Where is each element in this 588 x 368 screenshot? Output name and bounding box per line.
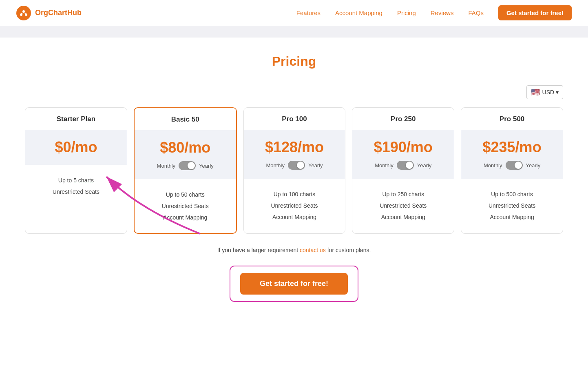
cta-bottom-button[interactable]: Get started for free! [240,273,348,295]
card-pro500-title: Pro 500 [461,108,563,130]
starter-feature-1: Up to 5 charts [33,175,119,186]
basic50-toggle-row: Monthly Yearly [139,161,232,170]
nav-reviews[interactable]: Reviews [431,9,454,16]
card-basic50-features: Up to 50 charts Unrestricted Seats Accou… [135,179,236,233]
pro500-toggle-row: Monthly Yearly [465,161,559,170]
pro500-feature-3: Account Mapping [469,211,555,223]
card-basic50-price-block: $80/mo Monthly Yearly [135,130,236,179]
card-pro500-features: Up to 500 charts Unrestricted Seats Acco… [461,179,563,233]
card-pro100-title: Pro 100 [244,108,345,130]
card-pro100-price: $128/mo [248,139,341,156]
basic50-yearly-label: Yearly [199,163,214,169]
card-pro250-price-block: $190/mo Monthly Yearly [352,130,454,179]
svg-point-0 [22,10,25,13]
svg-point-2 [25,13,27,16]
pro500-feature-2: Unrestricted Seats [469,200,555,211]
pro250-toggle[interactable] [397,161,414,170]
basic50-toggle[interactable] [179,161,196,170]
currency-selector[interactable]: 🇺🇸 USD ▾ [526,85,563,99]
basic50-feature-1: Up to 50 charts [143,189,228,200]
contact-link[interactable]: contact us [300,247,326,253]
card-pro250-title: Pro 250 [352,108,454,130]
card-pro500-price-block: $235/mo Monthly Yearly [461,130,563,179]
pro250-feature-1: Up to 250 charts [360,188,446,200]
pro100-feature-1: Up to 100 charts [252,188,337,200]
nav-cta-button[interactable]: Get started for free! [498,5,572,20]
currency-label: USD ▾ [542,89,559,95]
cta-center: Get started for free! [25,266,563,302]
card-pro100-features: Up to 100 charts Unrestricted Seats Acco… [244,179,345,233]
contact-text-before: If you have a larger requirement [217,247,300,253]
currency-row: 🇺🇸 USD ▾ [25,85,563,99]
pro100-monthly-label: Monthly [266,162,285,168]
svg-line-4 [24,13,26,13]
page-title: Pricing [25,54,563,69]
pro100-feature-2: Unrestricted Seats [252,200,337,211]
card-basic50-price: $80/mo [139,139,232,156]
card-pro500-price: $235/mo [465,139,559,156]
card-pro250-features: Up to 250 charts Unrestricted Seats Acco… [352,179,454,233]
pro500-yearly-label: Yearly [526,162,541,168]
pro250-feature-2: Unrestricted Seats [360,200,446,211]
nav-faqs[interactable]: FAQs [468,9,484,16]
cta-wrapper: Get started for free! [230,266,358,302]
logo[interactable]: OrgChartHub [16,6,82,20]
card-starter-features: Up to 5 charts Unrestricted Seats [25,165,127,233]
card-pro100-price-block: $128/mo Monthly Yearly [244,130,345,179]
pro250-toggle-row: Monthly Yearly [356,161,450,170]
card-basic50-title: Basic 50 [135,108,236,130]
navbar: OrgChartHub Features Account Mapping Pri… [0,0,588,26]
svg-point-1 [20,13,22,16]
logo-text: OrgChartHub [35,9,82,17]
pro100-yearly-label: Yearly [308,162,323,168]
contact-text-after: for custom plans. [326,247,371,253]
starter-feature-2: Unrestricted Seats [33,186,119,197]
svg-line-3 [21,13,24,13]
currency-flag: 🇺🇸 [531,88,540,97]
logo-icon [16,6,31,20]
nav-pricing[interactable]: Pricing [397,9,416,16]
card-pro100: Pro 100 $128/mo Monthly Yearly Up to 100… [243,107,346,234]
basic50-feature-3: Account Mapping [143,212,228,223]
card-basic50: Basic 50 $80/mo Monthly Yearly Up to 50 … [134,107,237,234]
card-starter: Starter Plan $0/mo Up to 5 charts Unrest… [25,107,127,234]
pro500-monthly-label: Monthly [484,162,502,168]
pro500-toggle[interactable] [506,161,523,170]
card-starter-price-block: $0/mo [25,130,127,165]
contact-row: If you have a larger requirement contact… [25,247,563,253]
pro250-feature-3: Account Mapping [360,211,446,223]
main-content: Pricing 🇺🇸 USD ▾ Starter Plan $0/mo Up t… [9,38,579,326]
nav-account-mapping[interactable]: Account Mapping [335,9,382,16]
pro500-feature-1: Up to 500 charts [469,188,555,200]
card-pro500: Pro 500 $235/mo Monthly Yearly Up to 500… [461,107,563,234]
nav-links: Features Account Mapping Pricing Reviews… [296,5,572,20]
card-pro250: Pro 250 $190/mo Monthly Yearly Up to 250… [352,107,454,234]
pro100-toggle[interactable] [288,161,305,170]
pro250-monthly-label: Monthly [375,162,393,168]
pro250-yearly-label: Yearly [417,162,432,168]
pro100-toggle-row: Monthly Yearly [248,161,341,170]
grey-bar [0,26,588,38]
basic50-feature-2: Unrestricted Seats [143,200,228,212]
pricing-cards: Starter Plan $0/mo Up to 5 charts Unrest… [25,107,563,234]
basic50-monthly-label: Monthly [157,163,176,169]
card-starter-price: $0/mo [29,139,123,156]
pro100-feature-3: Account Mapping [252,211,337,223]
card-starter-title: Starter Plan [25,108,127,130]
nav-features[interactable]: Features [296,9,321,16]
card-pro250-price: $190/mo [356,139,450,156]
